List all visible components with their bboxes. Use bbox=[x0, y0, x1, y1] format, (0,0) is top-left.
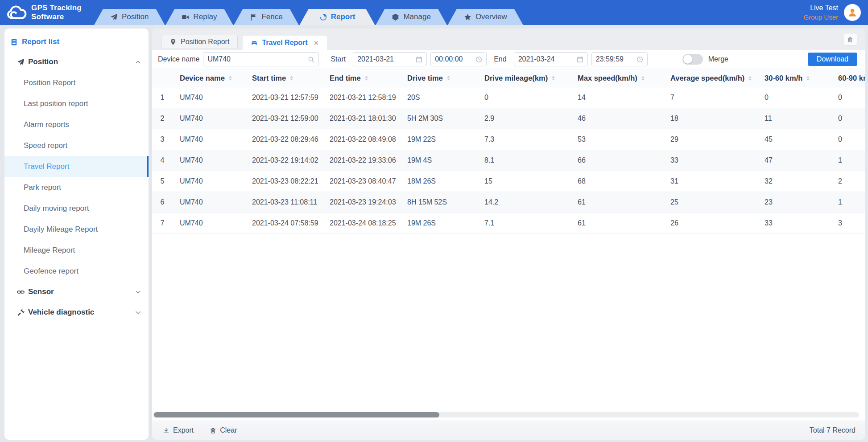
user-role: Group User bbox=[803, 13, 838, 22]
nav-tab-position[interactable]: Position bbox=[94, 9, 165, 25]
sidebar-item-label: Park report bbox=[24, 183, 61, 192]
nav-tab-manage[interactable]: Manage bbox=[376, 9, 446, 25]
end-label: End bbox=[494, 55, 506, 63]
column-header-30-60-km-h[interactable]: 30-60 km/h bbox=[757, 74, 831, 82]
cell-start-time: 2021-03-22 19:14:02 bbox=[245, 156, 322, 164]
sidebar-item-speed-report[interactable]: Speed report bbox=[4, 135, 149, 156]
column-header-device-name[interactable]: Device name bbox=[173, 74, 245, 82]
end-time-input[interactable] bbox=[596, 55, 634, 63]
cell-60-90-km-h: 0 bbox=[831, 135, 865, 143]
column-header-max-speed-km-h[interactable]: Max speed(km/h) bbox=[570, 74, 663, 82]
horizontal-scrollbar[interactable] bbox=[153, 412, 859, 417]
cell-max-speed-km-h: 66 bbox=[570, 156, 663, 164]
start-label: Start bbox=[331, 55, 346, 63]
sort-caret-icon[interactable] bbox=[550, 75, 556, 82]
export-button[interactable]: Export bbox=[163, 426, 194, 434]
nav-tab-report[interactable]: Report bbox=[300, 9, 375, 25]
cell-drive-mileage-km: 7.1 bbox=[477, 219, 570, 227]
cell-max-speed-km-h: 14 bbox=[570, 94, 663, 102]
end-date-input[interactable] bbox=[518, 55, 574, 63]
filter-bar: Device name Start End bbox=[152, 50, 865, 69]
sidebar-item-label: Position Report bbox=[24, 78, 75, 87]
column-header-drive-mileage-km[interactable]: Drive mileage(km) bbox=[477, 74, 570, 82]
merge-toggle[interactable] bbox=[682, 54, 703, 65]
cell-average-speed-km-h: 18 bbox=[663, 115, 757, 123]
sidebar-item-travel-report[interactable]: Travel Report bbox=[4, 156, 149, 177]
column-label: 60-90 km/h bbox=[838, 74, 865, 82]
sort-caret-icon[interactable] bbox=[640, 75, 646, 82]
search-icon[interactable] bbox=[308, 56, 314, 63]
sidebar-item-alarm-reports[interactable]: Alarm reports bbox=[4, 114, 149, 135]
sidebar-item-label: Last position report bbox=[24, 99, 88, 108]
cell-30-60-km-h: 23 bbox=[757, 198, 831, 206]
end-time-field bbox=[591, 52, 648, 66]
sort-caret-icon[interactable] bbox=[747, 75, 753, 82]
column-header-drive-time[interactable]: Drive time bbox=[400, 74, 477, 82]
merge-toggle-knob bbox=[683, 55, 692, 64]
table-empty-space bbox=[152, 234, 865, 409]
cell-drive-time: 19M 4S bbox=[400, 156, 477, 164]
sidebar-section-vehicle-diagnostic[interactable]: Vehicle diagnostic bbox=[4, 302, 149, 323]
start-time-input[interactable] bbox=[435, 55, 473, 63]
row-index: 7 bbox=[152, 219, 173, 227]
nav-tab-fence[interactable]: Fence bbox=[234, 9, 298, 25]
device-name-field bbox=[203, 52, 319, 66]
sort-caret-icon[interactable] bbox=[446, 75, 451, 82]
user-area: Live Test Group User bbox=[803, 0, 868, 25]
calendar-icon[interactable] bbox=[577, 56, 583, 63]
report-tab-position-report[interactable]: Position Report bbox=[161, 35, 238, 49]
sort-caret-icon[interactable] bbox=[289, 75, 294, 82]
sort-caret-icon[interactable] bbox=[364, 75, 369, 82]
close-tab-icon[interactable]: ✕ bbox=[314, 39, 319, 47]
report-tabstrip: Position ReportTravel Report✕ bbox=[152, 29, 865, 50]
cell-start-time: 2021-03-24 07:58:59 bbox=[245, 219, 322, 227]
nav-tab-replay[interactable]: Replay bbox=[165, 9, 233, 25]
link-icon bbox=[17, 288, 25, 296]
nav-tab-overview[interactable]: Overview bbox=[448, 9, 523, 25]
sidebar-item-last-position-report[interactable]: Last position report bbox=[4, 93, 149, 114]
workspace: Position ReportTravel Report✕ Device nam… bbox=[152, 29, 865, 440]
sort-caret-icon[interactable] bbox=[805, 75, 811, 82]
sidebar-item-dayily-mileage-report[interactable]: Dayily Mileage Report bbox=[4, 219, 149, 240]
clear-button[interactable]: Clear bbox=[210, 426, 237, 434]
column-label: Drive time bbox=[407, 74, 443, 82]
calendar-icon[interactable] bbox=[416, 56, 422, 63]
sidebar-section-position[interactable]: Position bbox=[4, 52, 149, 72]
device-name-input[interactable] bbox=[207, 55, 305, 63]
column-header-average-speed-km-h[interactable]: Average speed(km/h) bbox=[663, 74, 757, 82]
table-row: 7UM7402021-03-24 07:58:592021-03-24 08:1… bbox=[152, 213, 865, 234]
avatar[interactable] bbox=[844, 4, 861, 21]
sidebar-item-mileage-report[interactable]: Mileage Report bbox=[4, 240, 149, 261]
table-row: 5UM7402021-03-23 08:22:212021-03-23 08:4… bbox=[152, 171, 865, 192]
cell-end-time: 2021-03-23 19:24:03 bbox=[322, 198, 400, 206]
section-label: Position bbox=[28, 57, 58, 66]
sidebar-item-position-report[interactable]: Position Report bbox=[4, 72, 149, 93]
clock-icon[interactable] bbox=[637, 56, 643, 63]
nav-tab-label: Overview bbox=[475, 12, 507, 21]
close-all-tabs-button[interactable] bbox=[843, 33, 857, 46]
section-label: Sensor bbox=[28, 287, 54, 296]
flag-icon bbox=[250, 13, 257, 21]
column-label: End time bbox=[330, 74, 361, 82]
column-header-end-time[interactable]: End time bbox=[322, 74, 400, 82]
column-header-start-time[interactable]: Start time bbox=[245, 74, 322, 82]
download-button[interactable]: Download bbox=[808, 53, 857, 66]
cell-max-speed-km-h: 68 bbox=[570, 177, 663, 185]
column-label: Start time bbox=[252, 74, 286, 82]
sidebar-item-park-report[interactable]: Park report bbox=[4, 177, 149, 198]
sidebar-item-daily-moving-report[interactable]: Daily moving report bbox=[4, 198, 149, 219]
scrollbar-thumb[interactable] bbox=[154, 412, 439, 417]
report-table: Device nameStart timeEnd timeDrive timeD… bbox=[152, 69, 865, 234]
start-date-input[interactable] bbox=[357, 55, 413, 63]
report-tab-travel-report[interactable]: Travel Report✕ bbox=[243, 36, 327, 50]
cell-device-name: UM740 bbox=[173, 115, 245, 123]
cell-60-90-km-h: 0 bbox=[831, 115, 865, 123]
column-label: Max speed(km/h) bbox=[578, 74, 637, 82]
clock-icon[interactable] bbox=[475, 56, 482, 63]
cell-end-time: 2021-03-24 08:18:25 bbox=[322, 219, 400, 227]
sort-caret-icon[interactable] bbox=[227, 75, 233, 82]
pin-icon bbox=[169, 38, 177, 45]
column-header-60-90-km-h[interactable]: 60-90 km/h bbox=[831, 74, 865, 82]
sidebar-item-geofence-report[interactable]: Geofence report bbox=[4, 261, 149, 282]
sidebar-section-sensor[interactable]: Sensor bbox=[4, 282, 149, 302]
